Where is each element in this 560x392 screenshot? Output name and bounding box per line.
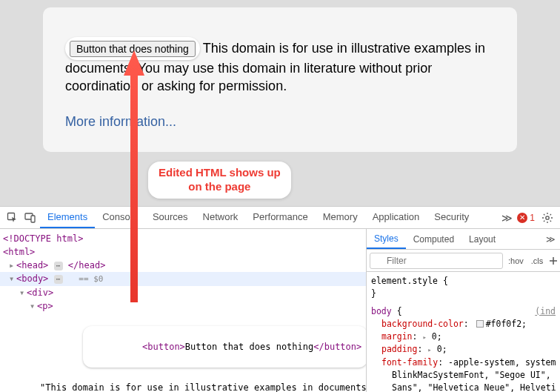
tab-network[interactable]: Network (196, 207, 246, 228)
devtools-toolbar: Elements Console Sources Network Perform… (0, 207, 560, 229)
more-styles-tabs-icon[interactable]: ≫ (541, 234, 560, 245)
color-swatch-icon[interactable] (476, 320, 484, 328)
tab-application[interactable]: Application (365, 207, 427, 228)
settings-gear-icon[interactable] (539, 210, 556, 226)
svg-rect-2 (31, 216, 35, 222)
styles-tab-layout[interactable]: Layout (461, 230, 503, 248)
styles-rules-list[interactable]: element.style { } (ind body { background… (367, 272, 560, 392)
error-icon: ✕ (517, 213, 527, 223)
styles-panel: Styles Computed Layout ≫ :hov .cls (366, 229, 560, 392)
rule-source-link[interactable]: (ind (535, 305, 556, 318)
styles-tab-styles[interactable]: Styles (367, 230, 406, 249)
cls-toggle[interactable]: .cls (529, 255, 546, 267)
error-count-badge[interactable]: ✕ 1 (517, 213, 535, 223)
tab-console[interactable]: Console (95, 207, 145, 228)
el-doctype[interactable]: <!DOCTYPE html> (0, 232, 366, 245)
hov-toggle[interactable]: :hov (506, 255, 526, 267)
webpage-viewport: Button that does nothing This domain is … (0, 0, 560, 206)
styles-filter-input[interactable] (370, 253, 503, 269)
devtools-body: <!DOCTYPE html> <html> ▸<head> ⋯ </head>… (0, 229, 560, 392)
more-tabs-icon[interactable]: ≫ (501, 212, 513, 224)
main-paragraph: Button that does nothing This domain is … (65, 37, 495, 95)
tab-memory[interactable]: Memory (316, 207, 365, 228)
styles-tab-computed[interactable]: Computed (406, 230, 461, 248)
ellipsis-icon[interactable]: ⋯ (54, 262, 63, 270)
el-body-open[interactable]: ▾<body> ⋯ == $0 (0, 272, 366, 286)
rule-body[interactable]: (ind body { background-color: #f0f0f2; m… (371, 305, 556, 393)
el-p-open[interactable]: ▾<p> (0, 299, 366, 313)
more-information-link[interactable]: More information... (65, 114, 176, 130)
content-card: Button that does nothing This domain is … (43, 7, 517, 152)
error-count: 1 (530, 213, 535, 223)
el-button-line[interactable]: <button>Button that does nothing</button… (0, 313, 366, 381)
devtools-panel: Elements Console Sources Network Perform… (0, 206, 560, 392)
styles-toolbar: :hov .cls (367, 250, 560, 272)
devtools-tabs: Elements Console Sources Network Perform… (40, 207, 476, 228)
tab-security[interactable]: Security (427, 207, 476, 228)
example-button[interactable]: Button that does nothing (70, 41, 196, 57)
tab-performance[interactable]: Performance (245, 207, 315, 228)
devtools-toolbar-right: ≫ ✕ 1 (501, 210, 556, 226)
svg-point-3 (546, 216, 549, 219)
tab-elements[interactable]: Elements (40, 207, 95, 228)
new-style-rule-icon[interactable] (548, 254, 559, 268)
el-html-open[interactable]: <html> (0, 245, 366, 259)
inspect-icon[interactable] (4, 210, 21, 226)
el-p-text-1[interactable]: "This domain is for use in illustrative … (0, 381, 366, 393)
edited-element-highlight: <button>Button that does nothing</button… (83, 326, 366, 368)
styles-tabs: Styles Computed Layout ≫ (367, 229, 560, 250)
el-div-open[interactable]: ▾<div> (0, 286, 366, 299)
elements-tree-panel[interactable]: <!DOCTYPE html> <html> ▸<head> ⋯ </head>… (0, 229, 366, 392)
tab-sources[interactable]: Sources (145, 207, 196, 228)
device-toggle-icon[interactable] (22, 210, 39, 226)
rule-element-style[interactable]: element.style { } (371, 275, 556, 301)
el-head[interactable]: ▸<head> ⋯ </head> (0, 259, 366, 272)
ellipsis-icon[interactable]: ⋯ (54, 275, 63, 284)
button-highlight-wrap: Button that does nothing (65, 37, 200, 60)
